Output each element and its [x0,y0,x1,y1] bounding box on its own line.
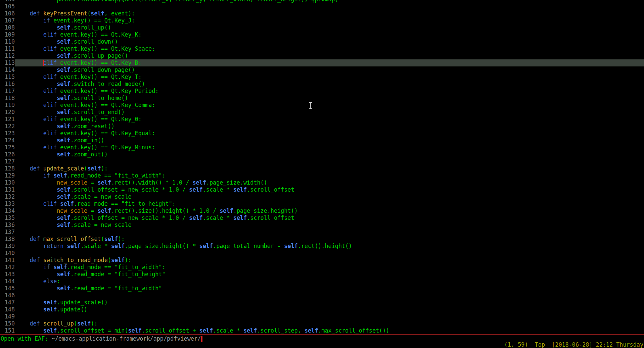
code-line[interactable]: 108 self.scroll_up() [0,24,644,31]
code-segment: .scroll_step, [257,327,304,334]
code-text: elif event.key() == Qt.Key_Minus: [15,144,644,151]
code-segment [16,214,57,221]
code-segment: self [57,271,70,278]
code-line[interactable]: 140 [0,250,644,257]
code-text: self.zoom_in() [15,137,644,144]
code-segment [16,186,57,193]
code-segment: .scroll_offset [247,214,294,221]
line-number: 139 [0,243,15,250]
code-segment: .page_total_number - [213,243,284,249]
code-line[interactable]: 104 painter.drawPixmap(QRect(render_x, r… [0,0,644,3]
code-area[interactable]: 104 painter.drawPixmap(QRect(render_x, r… [0,0,644,334]
code-line[interactable]: 141 def switch_to_read_mode(self): [0,257,644,264]
code-segment [63,243,67,249]
code-line[interactable]: 137 [0,229,644,236]
code-line[interactable]: 118 self.scroll_to_home() [0,95,644,102]
code-line[interactable]: 127 [0,158,644,165]
code-line[interactable]: 151 self.scroll_offset = min(self.scroll… [0,327,644,334]
code-segment [16,17,43,24]
code-line[interactable]: 136 self.scale = new_scale [0,221,644,229]
code-line[interactable]: 126 self.zoom_out() [0,151,644,158]
code-segment: scroll_up [43,320,74,327]
code-line[interactable]: 146 [0,292,644,299]
code-segment: self [57,66,70,73]
code-line[interactable]: 145 self.read_mode = "fit_to_width" [0,285,644,292]
code-line[interactable]: 106 def keyPressEvent(self, event): [0,10,644,17]
code-line[interactable]: 131 self.scroll_offset = new_scale * 1.0… [0,186,644,193]
code-segment: elif [43,31,57,38]
code-text [15,158,644,165]
code-text: elif event.key() == Qt.Key_T: [15,73,644,81]
code-line[interactable]: 135 self.scroll_offset = new_scale * 1.0… [0,214,644,221]
code-line[interactable]: 143 self.read_mode = "fit_to_height" [0,271,644,278]
code-text: def switch_to_read_mode(self): [15,257,644,264]
code-line[interactable]: 130 new_scale = self.rect().width() * 1.… [0,179,644,186]
code-line[interactable]: 111 elif event.key() == Qt.Key_Space: [0,45,644,52]
code-line[interactable]: 122 self.zoom_reset() [0,123,644,130]
code-line[interactable]: 128 def update_scale(self): [0,165,644,172]
code-line[interactable]: 105 [0,3,644,10]
code-line[interactable]: 147 self.update_scale() [0,299,644,306]
code-line[interactable]: 133 elif self.read_mode == "fit_to_heigh… [0,200,644,207]
code-segment: self [60,200,74,207]
code-line[interactable]: 119 elif event.key() == Qt.Key_Comma: [0,102,644,109]
code-segment [40,257,43,263]
code-text: self.zoom_reset() [15,123,644,130]
code-segment: .scroll_offset = new_scale * 1.0 / [71,214,189,221]
code-segment [16,59,43,66]
code-line[interactable]: 139 return self.scale * self.page_size.h… [0,243,644,250]
code-line[interactable]: 112 self.scroll_up_page() [0,52,644,59]
code-segment: ): [101,165,108,172]
line-number: 134 [0,207,15,214]
code-segment [16,179,57,186]
code-line[interactable]: 138 def max_scroll_offset(self): [0,236,644,243]
code-line[interactable]: 117 elif event.key() == Qt.Key_Period: [0,88,644,95]
code-text: self.scroll_down_page() [15,66,644,73]
code-segment: .page_size.height() * [125,243,199,249]
code-line[interactable]: 144 else: [0,278,644,285]
minibuffer-cursor [201,336,202,342]
minibuffer[interactable]: Open with EAF: ~/emacs-application-frame… [1,335,202,342]
code-line[interactable]: 121 elif event.key() == Qt.Key_0: [0,116,644,123]
code-segment: if [43,17,50,24]
code-text: def keyPressEvent(self, event): [15,10,644,17]
code-line[interactable]: 114 self.scroll_down_page() [0,66,644,73]
code-line[interactable]: 150 def scroll_up(self): [0,320,644,327]
code-segment: self [57,221,70,228]
code-segment: self [53,264,67,270]
line-number: 119 [0,102,15,109]
code-segment: .scale * [81,243,111,249]
code-line[interactable]: 149 [0,313,644,320]
code-segment [16,31,43,38]
code-line[interactable]: 116 self.switch_to_read_mode() [0,81,644,88]
code-line-current[interactable]: 113 elif event.key() == Qt.Key_B: [0,59,644,66]
code-line[interactable]: 107 if event.key() == Qt.Key_J: [0,17,644,24]
code-segment: .zoom_reset() [71,123,114,130]
code-line[interactable]: 129 if self.read_mode == "fit_to_width": [0,172,644,179]
code-segment [40,236,43,242]
code-segment [16,271,57,278]
code-segment: : [162,264,165,270]
code-segment: return [43,243,64,249]
code-line[interactable]: 115 elif event.key() == Qt.Key_T: [0,73,644,81]
code-text: self.scale = new_scale [15,193,644,200]
code-line[interactable]: 132 self.scale = new_scale [0,193,644,200]
code-segment: self [98,179,111,186]
code-segment: event.key() == Qt.Key_Space: [57,45,155,52]
code-line[interactable]: 109 elif event.key() == Qt.Key_K: [0,31,644,38]
code-segment: event.key() == Qt.Key_K: [57,31,142,38]
code-segment: .max_scroll_offset()) [318,327,389,334]
code-line[interactable]: 110 self.scroll_down() [0,38,644,45]
code-segment: elif [43,59,57,66]
code-segment: .switch_to_read_mode() [71,81,145,87]
code-line[interactable]: 125 elif event.key() == Qt.Key_Minus: [0,144,644,151]
code-line[interactable]: 120 self.scroll_to_end() [0,109,644,116]
code-line[interactable]: 134 new_scale = self.rect().size().heigh… [0,207,644,214]
code-line[interactable]: 142 if self.read_mode == "fit_to_width": [0,264,644,271]
minibuffer-input[interactable]: ~/emacs-application-framework/app/pdfvie… [52,335,201,342]
code-line[interactable]: 124 self.zoom_in() [0,137,644,144]
code-segment: "fit_to_height" [121,200,172,207]
code-line[interactable]: 123 elif event.key() == Qt.Key_Equal: [0,130,644,137]
code-segment [16,137,57,144]
code-line[interactable]: 148 self.update() [0,306,644,313]
